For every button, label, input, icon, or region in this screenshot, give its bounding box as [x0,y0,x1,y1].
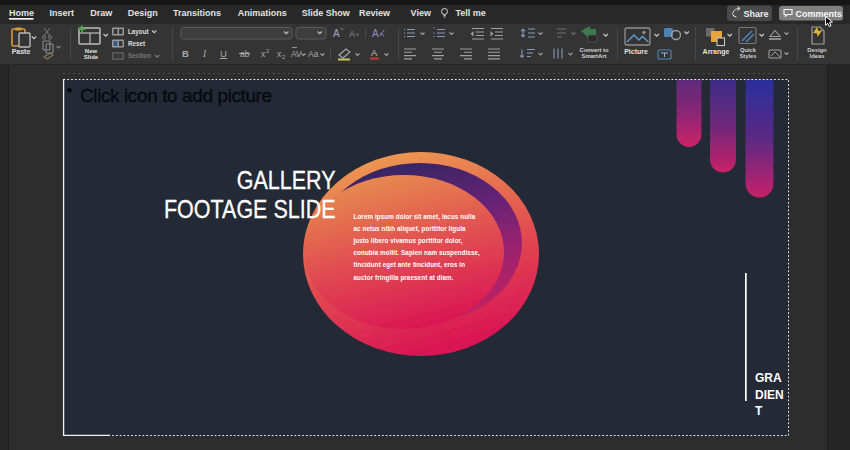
svg-text:Ideas: Ideas [810,53,825,59]
svg-text:Picture: Picture [624,48,648,55]
svg-text:Slide: Slide [84,54,99,60]
svg-text:T: T [755,404,763,418]
svg-text:U: U [220,48,227,59]
svg-text:ac netus nibh aliquet, porttit: ac netus nibh aliquet, porttitor ligula [354,224,466,232]
svg-text:A: A [333,28,340,39]
svg-text:Quick: Quick [740,47,757,53]
svg-text:Convert to: Convert to [580,47,609,53]
svg-text:Aa: Aa [308,49,319,59]
svg-text:Paste: Paste [12,48,31,55]
svg-text:justo libero vivamus porttitor: justo libero vivamus porttitor dolor, [353,237,463,245]
svg-text:^: ^ [341,27,344,33]
svg-text:New: New [85,48,98,54]
svg-text:Share: Share [744,9,769,19]
svg-text:Design: Design [128,8,158,18]
svg-text:Transitions: Transitions [173,8,221,18]
svg-text:Comments: Comments [796,9,843,19]
svg-text:Home: Home [9,8,34,18]
svg-text:Design: Design [807,47,827,53]
svg-text:GALLERY: GALLERY [237,166,336,194]
svg-text:Click icon to add picture: Click icon to add picture [80,85,272,106]
svg-text:tincidunt eget ante tincidunt,: tincidunt eget ante tincidunt, eros in [354,261,466,269]
svg-text:A: A [371,47,378,58]
svg-text:Tell me: Tell me [456,8,486,18]
svg-text:Layout: Layout [128,28,150,36]
svg-text:SmartArt: SmartArt [582,53,607,59]
svg-text:Arrange: Arrange [703,48,730,56]
svg-text:B: B [182,48,189,59]
svg-text:A: A [372,28,379,39]
svg-text:GRA: GRA [755,371,782,385]
svg-text:Styles: Styles [739,53,756,59]
svg-text:AV: AV [291,49,302,59]
svg-text:v: v [356,31,359,37]
svg-text:Animations: Animations [238,8,287,18]
svg-text:FOOTAGE SLIDE: FOOTAGE SLIDE [164,195,336,223]
svg-text:Slide Show: Slide Show [302,8,351,18]
svg-text:Section: Section [128,52,151,59]
svg-text:Draw: Draw [90,8,113,18]
svg-text:A: A [349,29,355,39]
svg-text:conubia mollit. Sapien nam sus: conubia mollit. Sapien nam suspendisse, [354,249,480,257]
svg-text:auctor fringilla praesent at d: auctor fringilla praesent at diam. [354,273,454,281]
svg-text:DIEN: DIEN [755,388,784,402]
svg-text:Reset: Reset [128,40,146,47]
svg-text:Insert: Insert [49,8,74,18]
svg-text:Review: Review [359,8,391,18]
svg-text:View: View [411,8,432,18]
svg-text:Lorem ipsum dolor sit amet, la: Lorem ipsum dolor sit amet, lacus nulla [354,212,476,220]
